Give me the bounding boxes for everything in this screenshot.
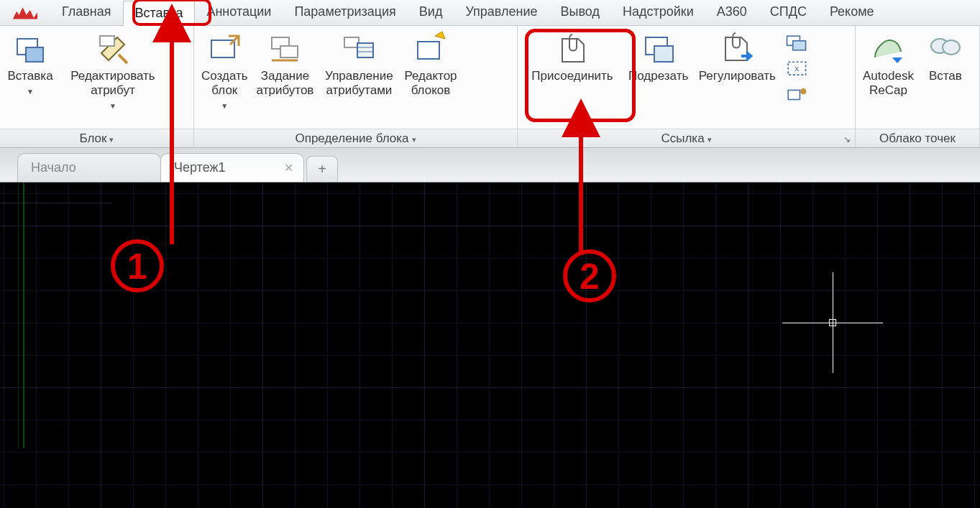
attach-button[interactable]: Присоединить xyxy=(522,30,623,85)
tab-insert[interactable]: Вставка xyxy=(123,1,196,26)
recap-label: Autodesk ReCap xyxy=(863,69,914,98)
doc-tab-drawing1[interactable]: Чертеж1 ✕ xyxy=(160,153,304,182)
clip-icon xyxy=(641,32,676,66)
tab-annotate[interactable]: Аннотации xyxy=(195,0,283,25)
insert-block-label: Вставка xyxy=(7,69,52,83)
svg-rect-1 xyxy=(26,47,43,62)
doc-tab-start[interactable]: Начало xyxy=(17,153,161,182)
ribbon: Вставка ▼ Редактировать атрибут ▼ Блок С… xyxy=(0,26,980,148)
svg-rect-12 xyxy=(654,46,673,62)
create-block-label: Создать блок xyxy=(201,69,248,98)
svg-rect-5 xyxy=(280,46,298,57)
tab-spds[interactable]: СПДС xyxy=(759,0,818,25)
create-block-icon xyxy=(207,32,242,66)
panel-reference-title[interactable]: Ссылка ↘ xyxy=(518,129,855,147)
clip-button[interactable]: Подрезать xyxy=(626,30,691,85)
pickbox-cursor xyxy=(829,319,836,326)
pointcloud-insert-button[interactable]: Встав xyxy=(920,30,971,85)
define-attributes-label: Задание атрибутов xyxy=(257,69,314,98)
panel-blockdef-title-label: Определение блока xyxy=(295,131,416,146)
manage-attributes-button[interactable]: Управление атрибутами xyxy=(319,30,398,99)
edit-attribute-icon xyxy=(96,32,130,66)
document-tab-bar: Начало Чертеж1 ✕ + xyxy=(0,148,980,183)
define-attributes-icon xyxy=(267,32,302,66)
tab-manage[interactable]: Управление xyxy=(454,0,549,25)
panel-block-title-label: Блок xyxy=(80,131,114,146)
svg-rect-17 xyxy=(788,91,800,100)
recap-icon xyxy=(871,32,905,66)
ribbon-tabstrip: Главная Вставка Аннотации Параметризация… xyxy=(0,0,980,26)
svg-text:X: X xyxy=(794,65,800,73)
edit-attribute-button[interactable]: Редактировать атрибут ▼ xyxy=(59,30,167,115)
tab-output[interactable]: Вывод xyxy=(549,0,611,25)
ucs-y-axis xyxy=(23,183,24,448)
adjust-icon xyxy=(720,32,754,66)
adjust-button[interactable]: Регулировать xyxy=(694,30,780,85)
block-editor-button[interactable]: Редактор блоков xyxy=(401,30,459,99)
attach-icon xyxy=(555,32,590,66)
panel-blockdef-title[interactable]: Определение блока xyxy=(194,129,517,147)
svg-rect-2 xyxy=(100,36,114,46)
manage-attributes-label: Управление атрибутами xyxy=(325,69,393,98)
snap-underlay-button[interactable] xyxy=(783,83,813,106)
panel-reference: Присоединить Подрезать Регулировать xyxy=(518,26,856,147)
block-editor-icon xyxy=(413,32,448,66)
insert-block-icon xyxy=(13,32,47,66)
block-editor-label: Редактор блоков xyxy=(404,69,457,98)
pointcloud-insert-icon xyxy=(928,32,963,66)
adjust-label: Регулировать xyxy=(699,69,776,83)
panel-pointcloud-title: Облако точек xyxy=(856,129,979,147)
tab-addins[interactable]: Надстройки xyxy=(611,0,705,25)
panel-blockdef: Создать блок ▼ Задание атрибутов Управле… xyxy=(194,26,518,147)
drawing-area[interactable] xyxy=(0,183,980,508)
svg-rect-10 xyxy=(418,42,439,59)
attach-label: Присоединить xyxy=(531,69,613,83)
insert-block-button[interactable]: Вставка ▼ xyxy=(4,30,56,101)
tab-a360[interactable]: A360 xyxy=(705,0,759,25)
doc-tab-drawing1-label: Чертеж1 xyxy=(174,160,226,175)
doc-tab-start-label: Начало xyxy=(31,160,76,175)
xref-frames-button[interactable]: X xyxy=(783,57,813,80)
panel-block-title[interactable]: Блок xyxy=(0,129,193,147)
underlay-layers-button[interactable] xyxy=(783,32,813,55)
tab-home[interactable]: Главная xyxy=(50,0,123,25)
svg-rect-14 xyxy=(793,41,806,50)
reference-dialog-launcher[interactable]: ↘ xyxy=(843,134,851,144)
svg-point-18 xyxy=(801,88,807,94)
dropdown-icon: ▼ xyxy=(109,99,116,114)
reference-mini-buttons: X xyxy=(783,30,813,108)
app-logo-slot xyxy=(0,0,50,25)
recap-button[interactable]: Autodesk ReCap xyxy=(860,30,917,99)
define-attributes-button[interactable]: Задание атрибутов xyxy=(254,30,317,99)
app-logo-icon xyxy=(13,6,37,19)
ucs-x-axis xyxy=(0,203,111,203)
create-block-button[interactable]: Создать блок ▼ xyxy=(198,30,251,115)
new-tab-button[interactable]: + xyxy=(306,156,338,182)
close-icon[interactable]: ✕ xyxy=(284,161,293,175)
clip-label: Подрезать xyxy=(628,69,688,83)
ucs-y-axis-shadow xyxy=(18,183,19,448)
tab-view[interactable]: Вид xyxy=(408,0,454,25)
panel-block: Вставка ▼ Редактировать атрибут ▼ Блок xyxy=(0,26,194,147)
panel-reference-title-label: Ссылка xyxy=(661,131,711,146)
pointcloud-insert-label: Встав xyxy=(929,69,962,83)
panel-pointcloud: Autodesk ReCap Встав Облако точек xyxy=(856,26,980,147)
edit-attribute-label: Редактировать атрибут xyxy=(70,69,155,98)
dropdown-icon: ▼ xyxy=(221,99,228,114)
dropdown-icon: ▼ xyxy=(27,85,34,99)
tab-recommended[interactable]: Рекоме xyxy=(818,0,886,25)
panel-pointcloud-title-label: Облако точек xyxy=(879,131,956,146)
svg-point-20 xyxy=(943,40,960,55)
manage-attributes-icon xyxy=(342,32,376,66)
tab-parametric[interactable]: Параметризация xyxy=(283,0,407,25)
svg-rect-7 xyxy=(357,43,373,57)
